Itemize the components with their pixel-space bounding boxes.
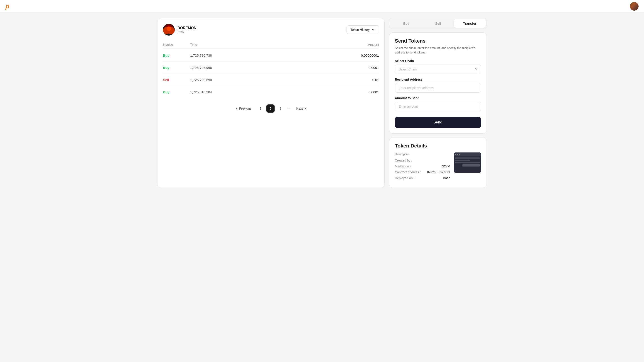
- token-details-rows: Created by : Market cap : $27M Contract …: [395, 159, 450, 180]
- row-amount: 0.0001: [368, 90, 379, 94]
- amount-input[interactable]: [395, 102, 481, 111]
- pagination: Previous 1 2 3 ··· Next: [163, 104, 379, 113]
- row-amount: 0.01: [372, 78, 379, 82]
- preview-line-2: [455, 160, 470, 161]
- user-name: DOREMON: [178, 26, 196, 30]
- next-label: Next: [296, 107, 303, 110]
- detail-row: Deployed on : Base: [395, 176, 450, 180]
- user-photo: [630, 2, 638, 11]
- recipient-address-group: Recipient Address: [395, 78, 481, 93]
- avatar-image: [163, 24, 175, 35]
- right-panel: Buy Sell Transfer Send Tokens Select the…: [389, 18, 487, 188]
- detail-label: Created by :: [395, 159, 412, 162]
- select-chain-group: Select Chain Select Chain: [395, 59, 481, 74]
- col-invoice: Invoice: [163, 43, 190, 46]
- user-info: DOREMON DMN: [163, 24, 196, 35]
- tab-buy[interactable]: Buy: [390, 19, 422, 28]
- table-row: Buy 1,725,796,966 0.0001: [163, 62, 379, 74]
- recipient-address-input[interactable]: [395, 83, 481, 93]
- preview-content: [454, 156, 481, 173]
- row-time: 1,725,810,984: [190, 90, 368, 94]
- left-panel: DOREMON DMN Token History Invoice Time A…: [157, 18, 385, 188]
- table-body: Buy 1,725,796,738 0.00000001 Buy 1,725,7…: [163, 49, 379, 98]
- description-label: Description: [395, 153, 450, 156]
- token-history-button[interactable]: Token History: [346, 25, 379, 34]
- chevron-left-icon: [235, 107, 238, 110]
- row-time: 1,725,796,738: [190, 53, 361, 57]
- select-chain-dropdown[interactable]: Select Chain: [395, 65, 481, 74]
- detail-row: Created by :: [395, 159, 450, 162]
- preview-bar: [454, 153, 481, 156]
- detail-label: Market cap :: [395, 165, 412, 168]
- table-row: Buy 1,725,796,738 0.00000001: [163, 49, 379, 62]
- select-chain-wrapper: Select Chain: [395, 65, 481, 74]
- amount-label: Amount to Send: [395, 96, 481, 100]
- detail-value: 0x2xnj....82js: [427, 170, 450, 174]
- row-time: 1,725,799,690: [190, 78, 372, 82]
- user-details: DOREMON DMN: [178, 26, 196, 33]
- preview-line-num: [462, 164, 480, 167]
- chevron-down-icon: [372, 28, 375, 31]
- row-type: Buy: [163, 90, 190, 94]
- chevron-right-icon: [304, 107, 307, 110]
- preview-line-1: [455, 158, 480, 159]
- previous-label: Previous: [239, 107, 252, 110]
- topbar: p: [0, 0, 644, 13]
- user-ticker: DMN: [178, 30, 196, 33]
- token-details-inner: Description Created by : Market cap : $2…: [395, 153, 481, 182]
- send-tokens-title: Send Tokens: [395, 38, 481, 44]
- table-row: Sell 1,725,799,690 0.01: [163, 74, 379, 86]
- row-time: 1,725,796,966: [190, 66, 368, 70]
- detail-row: Market cap : $27M: [395, 165, 450, 168]
- copy-icon[interactable]: [447, 171, 450, 174]
- table-row: Buy 1,725,810,984 0.0001: [163, 86, 379, 98]
- send-button[interactable]: Send: [395, 117, 481, 128]
- pagination-dots: ···: [286, 106, 291, 111]
- detail-label: Contract address :: [395, 170, 421, 174]
- previous-button[interactable]: Previous: [232, 105, 254, 112]
- preview-dot-3: [459, 154, 460, 155]
- detail-label: Deployed on :: [395, 176, 414, 180]
- page-3-button[interactable]: 3: [276, 104, 284, 113]
- page-2-button[interactable]: 2: [266, 104, 274, 113]
- tabs: Buy Sell Transfer: [389, 18, 487, 29]
- token-details-info: Description Created by : Market cap : $2…: [395, 153, 450, 182]
- preview-dot-1: [455, 154, 456, 155]
- col-time: Time: [190, 43, 368, 46]
- user-avatar-top[interactable]: [630, 2, 638, 11]
- row-amount: 0.00000001: [361, 53, 379, 57]
- amount-group: Amount to Send: [395, 96, 481, 111]
- select-chain-label: Select Chain: [395, 59, 481, 63]
- table-header: Invoice Time Amount: [163, 41, 379, 48]
- avatar: [163, 24, 175, 35]
- recipient-address-label: Recipient Address: [395, 78, 481, 81]
- token-details-title: Token Details: [395, 143, 481, 149]
- detail-value: $27M: [442, 165, 450, 168]
- next-button[interactable]: Next: [293, 105, 310, 112]
- logo-icon: p: [6, 3, 9, 10]
- preview-dot-2: [457, 154, 458, 155]
- token-details-card: Token Details Description Created by : M…: [389, 137, 487, 188]
- token-preview-image: [454, 153, 481, 173]
- detail-row: Contract address : 0x2xnj....82js: [395, 170, 450, 174]
- send-tokens-description: Select the chain, enter the amount, and …: [395, 46, 481, 55]
- row-amount: 0.0001: [368, 66, 379, 70]
- send-tokens-card: Send Tokens Select the chain, enter the …: [389, 32, 487, 134]
- tab-sell[interactable]: Sell: [422, 19, 454, 28]
- panel-header: DOREMON DMN Token History: [163, 24, 379, 35]
- detail-value: Base: [443, 176, 450, 180]
- page-1-button[interactable]: 1: [256, 104, 264, 113]
- col-amount: Amount: [368, 43, 379, 46]
- token-history-label: Token History: [350, 28, 370, 31]
- main-layout: DOREMON DMN Token History Invoice Time A…: [152, 13, 492, 193]
- row-type: Buy: [163, 66, 190, 70]
- svg-rect-0: [448, 171, 450, 173]
- row-type: Sell: [163, 78, 190, 82]
- tab-transfer[interactable]: Transfer: [454, 19, 486, 28]
- preview-line-3: [455, 162, 480, 163]
- row-type: Buy: [163, 53, 190, 57]
